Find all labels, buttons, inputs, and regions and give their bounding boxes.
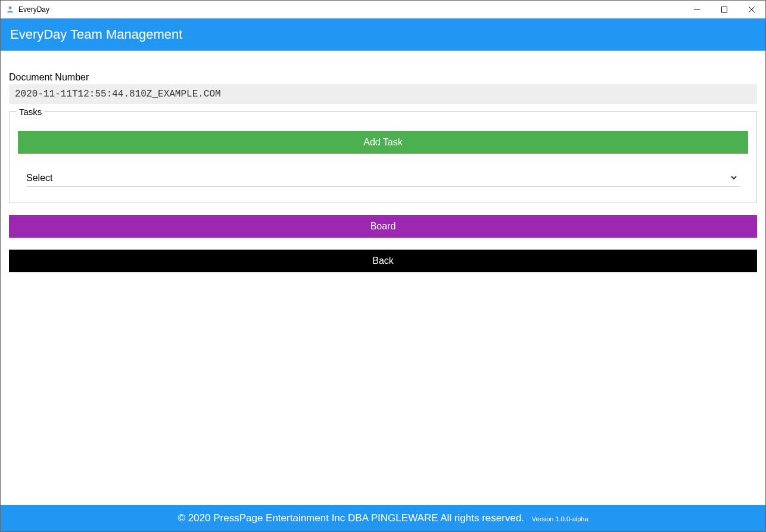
task-select[interactable]: Select <box>26 169 740 186</box>
close-button[interactable] <box>738 1 765 18</box>
tasks-fieldset: Tasks Add Task Select <box>9 111 757 203</box>
app-header: EveryDay Team Management <box>1 18 765 51</box>
page-title: EveryDay Team Management <box>10 27 182 42</box>
footer-version: Version 1.0.0-alpha <box>532 515 588 522</box>
window-title: EveryDay <box>18 5 683 14</box>
maximize-button[interactable] <box>711 1 738 18</box>
add-task-button[interactable]: Add Task <box>18 131 748 154</box>
footer-copyright: © 2020 PressPage Entertainment Inc DBA P… <box>178 512 524 524</box>
main-content: Document Number Tasks Add Task Select Bo… <box>1 51 765 505</box>
svg-rect-2 <box>722 7 727 12</box>
window-controls <box>683 1 765 18</box>
board-button[interactable]: Board <box>9 215 757 238</box>
window-titlebar: EveryDay <box>1 1 765 18</box>
task-select-wrapper: Select <box>26 169 740 187</box>
document-number-label: Document Number <box>9 72 757 83</box>
tasks-legend: Tasks <box>17 107 44 117</box>
minimize-button[interactable] <box>683 1 711 18</box>
app-icon <box>5 5 15 14</box>
document-number-field[interactable] <box>9 84 757 104</box>
app-footer: © 2020 PressPage Entertainment Inc DBA P… <box>1 505 765 531</box>
svg-point-0 <box>9 6 12 9</box>
back-button[interactable]: Back <box>9 250 757 272</box>
